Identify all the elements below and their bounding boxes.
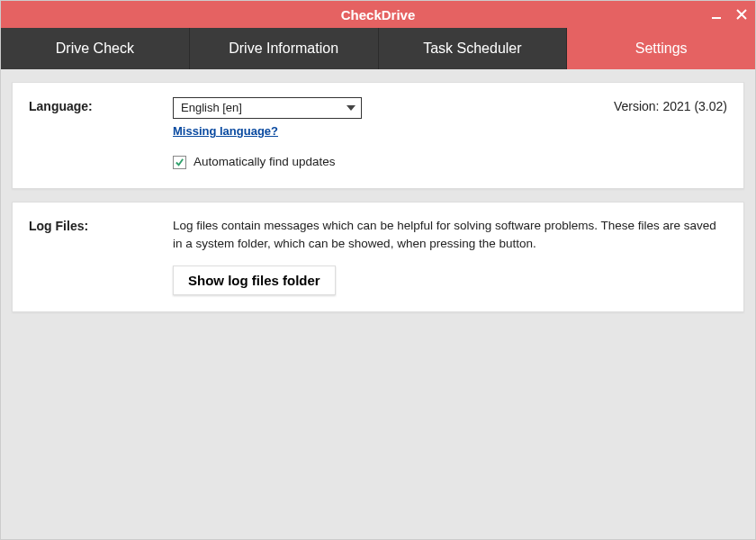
minimize-button[interactable] bbox=[710, 8, 723, 21]
show-log-folder-button[interactable]: Show log files folder bbox=[173, 266, 336, 295]
language-value: English [en] bbox=[181, 99, 242, 117]
language-body: English [en] Missing language? Automatic… bbox=[173, 97, 583, 172]
auto-updates-checkbox[interactable] bbox=[173, 156, 186, 169]
tabbar: Drive Check Drive Information Task Sched… bbox=[1, 28, 755, 69]
tab-drive-information[interactable]: Drive Information bbox=[190, 28, 379, 69]
svg-rect-0 bbox=[712, 17, 721, 19]
tab-task-scheduler[interactable]: Task Scheduler bbox=[379, 28, 568, 69]
tab-settings[interactable]: Settings bbox=[567, 28, 755, 69]
language-select[interactable]: English [en] bbox=[173, 97, 362, 119]
tab-label: Drive Check bbox=[56, 40, 134, 57]
tab-label: Settings bbox=[635, 40, 688, 57]
tab-label: Drive Information bbox=[229, 40, 338, 57]
window-controls bbox=[710, 8, 748, 21]
missing-language-link[interactable]: Missing language? bbox=[173, 122, 278, 140]
version-text: Version: 2021 (3.02) bbox=[583, 97, 727, 113]
auto-updates-label: Automatically find updates bbox=[194, 153, 336, 171]
app-window: CheckDrive Drive Check Drive Information… bbox=[0, 0, 756, 540]
titlebar: CheckDrive bbox=[1, 1, 755, 28]
logfiles-body: Log files contain messages which can be … bbox=[173, 217, 727, 296]
tab-drive-check[interactable]: Drive Check bbox=[1, 28, 190, 69]
auto-updates-row: Automatically find updates bbox=[173, 153, 583, 171]
language-label: Language: bbox=[29, 97, 173, 113]
logfiles-description: Log files contain messages which can be … bbox=[173, 217, 727, 254]
logfiles-panel: Log Files: Log files contain messages wh… bbox=[12, 202, 744, 313]
logfiles-label: Log Files: bbox=[29, 217, 173, 233]
close-button[interactable] bbox=[735, 8, 748, 21]
chevron-down-icon bbox=[346, 105, 356, 111]
app-title: CheckDrive bbox=[341, 7, 416, 22]
tab-label: Task Scheduler bbox=[423, 40, 521, 57]
content-area: Language: English [en] Missing language?… bbox=[1, 69, 755, 539]
language-panel: Language: English [en] Missing language?… bbox=[12, 82, 744, 189]
